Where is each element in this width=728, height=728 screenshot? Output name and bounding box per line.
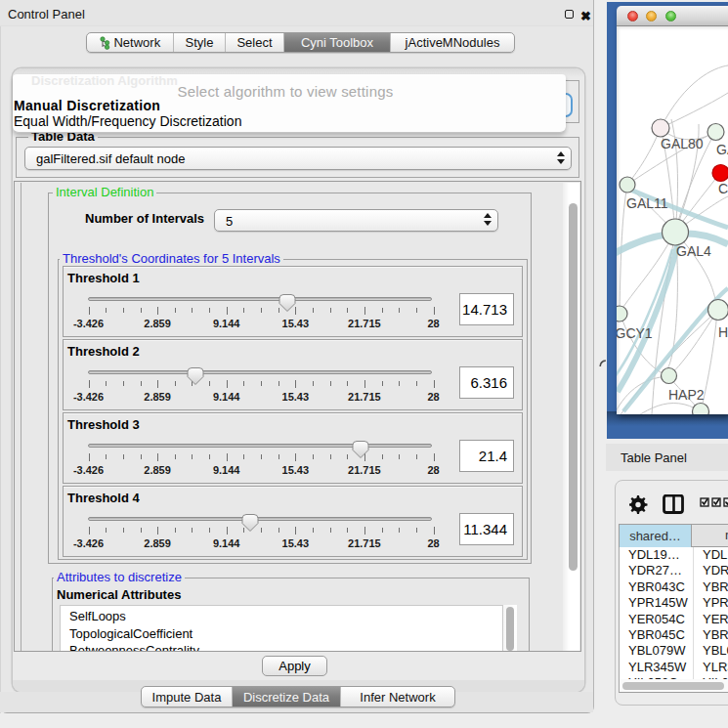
svg-text:H: H <box>718 324 728 340</box>
svg-text:GCY1: GCY1 <box>617 325 653 341</box>
svg-text:GAL4: GAL4 <box>676 243 711 259</box>
svg-text:HAP2: HAP2 <box>668 387 705 403</box>
svg-text:GAL80: GAL80 <box>661 136 704 151</box>
svg-text:GAL11: GAL11 <box>626 195 668 211</box>
svg-text:C: C <box>718 181 728 196</box>
svg-text:GAL: GAL <box>716 142 728 157</box>
